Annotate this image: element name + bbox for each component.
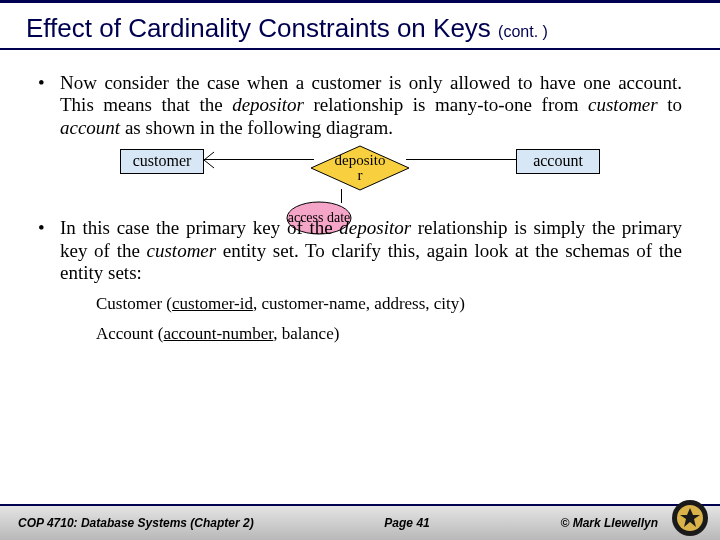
title-main: Effect of Cardinality Constraints on Key… xyxy=(26,13,491,43)
ucf-logo-icon xyxy=(670,498,710,538)
bullet-1-text: Now consider the case when a customer is… xyxy=(60,72,682,139)
attribute-access-date: access date xyxy=(286,201,352,235)
relationship-depositor: deposito r xyxy=(310,145,410,191)
title-cont: (cont. ) xyxy=(498,23,548,40)
edge-right xyxy=(406,159,516,160)
slide-content: • Now consider the case when a customer … xyxy=(0,50,720,345)
entity-customer: customer xyxy=(120,149,204,174)
footer-left: COP 4710: Database Systems (Chapter 2) xyxy=(18,516,254,530)
bullet-dot: • xyxy=(38,72,60,139)
edge-left xyxy=(204,159,314,160)
footer-page: Page 41 xyxy=(254,516,561,530)
footer: COP 4710: Database Systems (Chapter 2) P… xyxy=(0,504,720,540)
er-diagram: customer deposito r account access date xyxy=(38,145,682,235)
schema-block: Customer (customer-id, customer-name, ad… xyxy=(96,294,682,344)
entity-account: account xyxy=(516,149,600,174)
slide-title: Effect of Cardinality Constraints on Key… xyxy=(0,3,720,50)
arrowhead-icon xyxy=(202,151,216,169)
bullet-1: • Now consider the case when a customer … xyxy=(38,72,682,139)
schema-customer: Customer (customer-id, customer-name, ad… xyxy=(96,294,682,314)
schema-account: Account (account-number, balance) xyxy=(96,324,682,344)
